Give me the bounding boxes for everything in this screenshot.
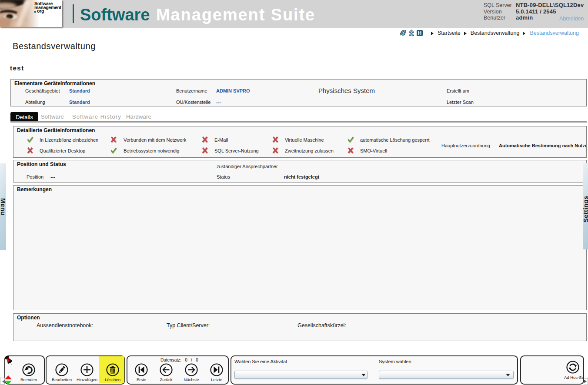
svg-text:H: H (418, 30, 421, 36)
